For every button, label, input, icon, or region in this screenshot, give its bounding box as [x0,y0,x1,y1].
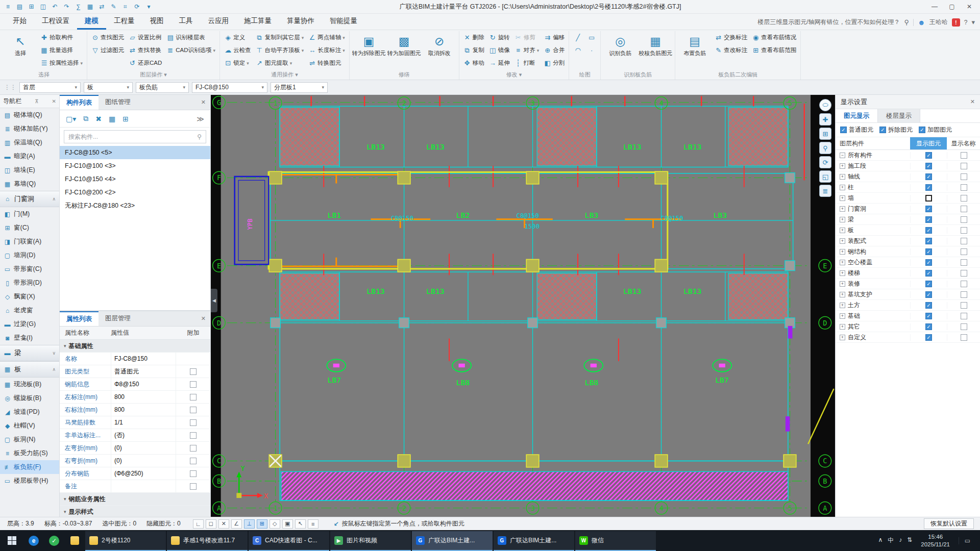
filter-0[interactable]: ✓普通图元 [840,126,873,134]
ribbon-button-attr[interactable]: ☰按属性选择▾ [39,57,84,69]
tray-expand-icon[interactable]: ∧ [878,536,883,545]
show-element-checkbox[interactable]: ✓ [925,163,932,169]
ribbon-button-extract[interactable]: ↗图元提取▾ [254,57,306,69]
collapse-icon[interactable]: − [840,153,845,158]
user-name[interactable]: 王哈哈 [929,18,948,27]
new-file-icon[interactable]: ▤ [14,2,26,12]
property-row[interactable]: 右弯折(mm)(0) [60,455,210,467]
nav-item-bay-window[interactable]: ◇飘窗(X) [0,290,59,304]
ribbon-button-mirror[interactable]: ◫镜像 [487,44,511,57]
layer-row[interactable]: +轴线✓ [836,171,980,182]
property-row[interactable]: 马凳筋排数1/1 [60,416,210,429]
grid-icon[interactable]: ⌗ [119,2,131,12]
show-element-checkbox[interactable]: ✓ [925,216,932,223]
zoom-extents-icon[interactable]: ⚲ [819,142,831,154]
close-icon[interactable]: ✕ [970,98,975,105]
help-search-text[interactable]: 楼层三维显示图元/轴网有错位，位置不知如何处理？ [757,18,900,27]
show-name-checkbox[interactable] [961,163,967,169]
search-icon[interactable]: ⚲ [197,133,202,140]
ribbon-button-view-range[interactable]: ⊞查看布筋范围 [750,44,798,57]
show-name-checkbox[interactable] [961,152,967,159]
show-name-checkbox[interactable] [961,206,967,212]
ribbon-button-arc[interactable]: ◠ [572,44,584,57]
attach-checkbox[interactable] [190,381,197,388]
nav-item-main-rebar[interactable]: ≡板受力筋(S) [0,446,59,460]
show-name-checkbox[interactable] [961,173,967,180]
show-element-checkbox[interactable] [925,195,932,202]
property-value[interactable]: FJ-C8@150 [111,353,176,365]
layer-select-layer-slab[interactable]: 分层板1▾ [271,82,328,93]
ribbon-button-copy[interactable]: ⧉复制 [462,44,486,57]
menu-tab-quantity[interactable]: 工程量 [106,14,142,30]
property-value[interactable]: (Φ6@250) [111,467,176,480]
expand-icon[interactable]: + [840,324,845,330]
nav-item-wall-hole[interactable]: ▢墙洞(D) [0,248,59,262]
layer-row[interactable]: +墙 [836,193,980,204]
maximize-button[interactable]: ▢ [943,1,961,13]
property-row[interactable]: 左弯折(mm)(0) [60,442,210,455]
zoom-window-icon[interactable]: ⊞ [819,128,831,140]
component-list-item[interactable]: FJ-C8@150 <5> [60,146,210,159]
property-value[interactable]: 800 [111,391,176,403]
show-element-checkbox[interactable]: ✓ [925,270,932,277]
display-list-icon[interactable]: ≣ [819,185,831,197]
property-section-row[interactable]: ▾钢筋业务属性 [60,493,210,506]
orbit-tool-icon[interactable]: ⬭ [819,99,831,111]
nav-item-ramp[interactable]: ◢坡道(PD) [0,405,59,419]
expand-icon[interactable]: + [840,228,845,233]
ribbon-button-aux-axis[interactable]: ∠两点辅轴▾ [307,31,347,44]
taskbar-window-glodon[interactable]: G广联达BIM土建... [412,531,493,551]
expand-icon[interactable]: + [840,206,845,212]
expand-icon[interactable]: + [840,303,845,308]
attach-checkbox[interactable] [190,419,197,426]
property-row[interactable]: 图元类型普通图元 [60,365,210,378]
panel-collapse-handle[interactable]: ◀ [211,289,217,312]
osnap-toggle[interactable]: ⊥ [244,519,255,529]
notification-badge[interactable]: ! [952,18,960,27]
tab-element-display[interactable]: 图元显示 [836,109,878,122]
otrack-toggle[interactable]: ⊞ [257,519,267,529]
undo-icon[interactable]: ↶ [49,2,61,12]
show-element-checkbox[interactable]: ✓ [925,334,932,341]
expand-icon[interactable]: + [840,249,845,255]
help-button[interactable]: ? [964,19,968,26]
ortho-toggle[interactable]: ✕ [218,519,229,529]
rotate-view-icon[interactable]: ⟳ [819,156,831,168]
taskbar-clock[interactable]: 15:46 2025/11/21 [918,533,953,548]
property-value[interactable]: (否) [111,429,176,441]
taskbar-window-media[interactable]: ▶图片和视频 [330,531,411,551]
nav-item-pier[interactable]: ◫墙垛(E) [0,163,59,177]
show-name-checkbox[interactable] [961,195,967,202]
nav-item-dormer[interactable]: ⌂老虎窗 [0,304,59,317]
input-method-indicator[interactable]: 中 [888,536,894,545]
nav-item-neg-rebar[interactable]: ≢板负筋(F) [0,460,59,474]
show-element-checkbox[interactable]: ✓ [925,173,932,180]
layer-row[interactable]: +装配式✓ [836,236,980,246]
show-name-checkbox[interactable] [961,227,967,234]
attach-checkbox[interactable] [190,470,197,477]
menu-tab-home[interactable]: 开始 [5,14,34,30]
menu-tab-quantity-collaboration[interactable]: 算量协作 [279,14,322,30]
edge-browser-icon[interactable]: e [23,530,44,551]
ribbon-button-trim[interactable]: ✂修剪 [513,31,541,44]
archive-button[interactable]: ⊞ [122,115,129,123]
menu-tab-view[interactable]: 视图 [142,14,172,30]
menu-tab-smart-quantity[interactable]: 智能提量 [322,14,365,30]
show-element-checkbox[interactable]: ✓ [925,323,932,330]
layer-row[interactable]: +门窗洞✓ [836,204,980,214]
restore-default-settings-button[interactable]: 恢复默认设置 [924,518,974,529]
property-value[interactable]: (0) [111,455,176,467]
show-element-checkbox[interactable]: ✓ [925,313,932,319]
show-name-checkbox[interactable] [961,216,967,223]
ribbon-button-extend[interactable]: →延伸 [487,57,511,69]
attach-checkbox[interactable] [190,432,197,439]
property-row[interactable]: 分布钢筋(Φ6@250) [60,467,210,480]
expand-icon[interactable]: + [840,163,845,169]
tab-layer-management[interactable]: 图层管理 [99,311,137,326]
ribbon-button-cloud-check[interactable]: ☁云检查 [223,44,253,57]
edit-icon[interactable]: ✎ [108,2,119,12]
nav-section-slab-section[interactable]: ▦板∧ [0,361,59,378]
ribbon-button-lock[interactable]: ⊡锁定▾ [223,57,253,69]
nav-section-door-section[interactable]: ⌂门窗洞∧ [0,191,59,207]
ribbon-button-check-rebar[interactable]: ▦校核负筋图元 [639,31,672,64]
